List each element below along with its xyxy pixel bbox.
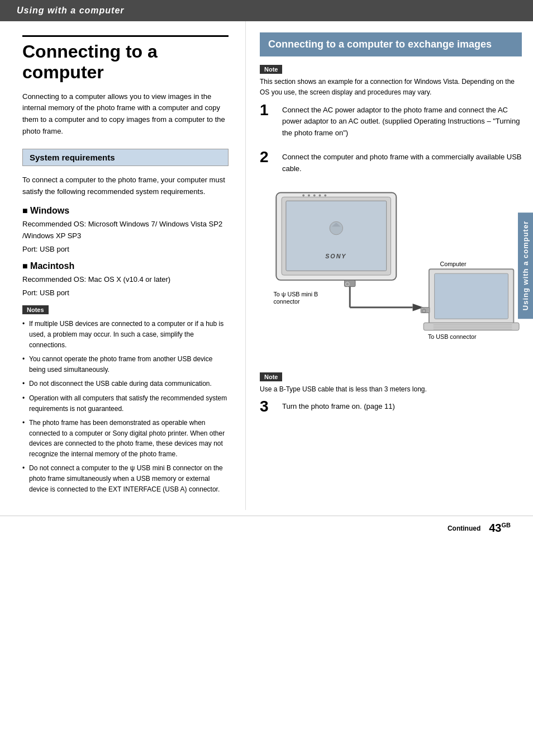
notes-list: If multiple USB devices are connected to…: [22, 319, 229, 494]
note2-text: Use a B-Type USB cable that is less than…: [260, 384, 522, 395]
step1-text: Connect the AC power adaptor to the phot…: [282, 102, 522, 139]
header-title: Using with a computer: [17, 6, 125, 15]
step1: 1 Connect the AC power adaptor to the ph…: [260, 102, 522, 139]
step2-text: Connect the computer and photo frame wit…: [282, 149, 522, 175]
mac-heading: Macintosh: [22, 261, 229, 271]
notes-label: Notes: [22, 305, 49, 314]
step3-text: Turn the photo frame on. (page 11): [282, 399, 395, 413]
note1-box: Note This section shows an example for a…: [260, 65, 522, 97]
svg-point-5: [313, 194, 316, 196]
note-item-5: The photo frame has been demonstrated as…: [22, 418, 229, 459]
note2-label: Note: [260, 372, 282, 381]
note-item-2: You cannot operate the photo frame from …: [22, 354, 229, 375]
svg-rect-2: [286, 201, 387, 271]
svg-point-4: [308, 194, 310, 196]
svg-point-3: [302, 194, 304, 196]
right-heading: Connecting to a computer to exchange ima…: [260, 32, 522, 56]
left-column: Connecting to a computer Connecting to a…: [0, 21, 246, 510]
windows-heading: Windows: [22, 206, 229, 216]
main-content: Connecting to a computer Connecting to a…: [0, 21, 533, 510]
footer: Continued 43GB: [0, 516, 533, 543]
note1-label: Note: [260, 65, 282, 74]
svg-rect-20: [435, 273, 508, 319]
right-column: Connecting to a computer to exchange ima…: [246, 21, 533, 510]
header-bar: Using with a computer: [0, 0, 533, 21]
usb-diagram: SONY ⬡ To ψ USB mini B connector Compute…: [260, 185, 522, 364]
svg-text:Computer: Computer: [440, 261, 467, 267]
note-item-6: Do not connect a computer to the ψ USB m…: [22, 463, 229, 494]
step1-num: 1: [260, 102, 277, 118]
note-item-1: If multiple USB devices are connected to…: [22, 319, 229, 350]
side-tab: Using with a computer: [518, 212, 533, 319]
svg-text:To USB connector: To USB connector: [428, 333, 477, 340]
svg-text:SONY: SONY: [325, 252, 346, 259]
mac-port: Port: USB port: [22, 287, 229, 299]
svg-text:To ψ USB mini B: To ψ USB mini B: [273, 291, 318, 297]
mac-os: Recommended OS: Mac OS X (v10.4 or later…: [22, 274, 229, 286]
notes-box: Notes If multiple USB devices are connec…: [22, 305, 229, 494]
note2-box: Note Use a B-Type USB cable that is less…: [260, 372, 522, 395]
note-item-3: Do not disconnect the USB cable during d…: [22, 379, 229, 389]
system-req-heading: System requirements: [22, 149, 229, 166]
page-number: 43GB: [489, 522, 511, 535]
svg-point-6: [319, 194, 321, 196]
windows-os: Recommended OS: Microsoft Windows 7/ Win…: [22, 219, 229, 242]
windows-port: Port: USB port: [22, 244, 229, 256]
intro-text: Connecting to a computer allows you to v…: [22, 91, 229, 138]
svg-text:⬡: ⬡: [422, 308, 426, 313]
continued-label: Continued: [448, 525, 480, 532]
step3: 3 Turn the photo frame on. (page 11): [260, 399, 522, 414]
step3-num: 3: [260, 399, 277, 414]
page-title: Connecting to a computer: [22, 35, 229, 83]
step2-num: 2: [260, 149, 277, 165]
step2: 2 Connect the computer and photo frame w…: [260, 149, 522, 175]
svg-text:connector: connector: [273, 297, 300, 304]
system-req-text: To connect a computer to the photo frame…: [22, 174, 229, 198]
svg-text:⬡: ⬡: [345, 281, 350, 286]
note-item-4: Operation with all computers that satisf…: [22, 393, 229, 414]
diagram-svg: SONY ⬡ To ψ USB mini B connector Compute…: [260, 185, 522, 370]
note1-text: This section shows an example for a conn…: [260, 77, 522, 97]
svg-point-7: [324, 194, 326, 196]
